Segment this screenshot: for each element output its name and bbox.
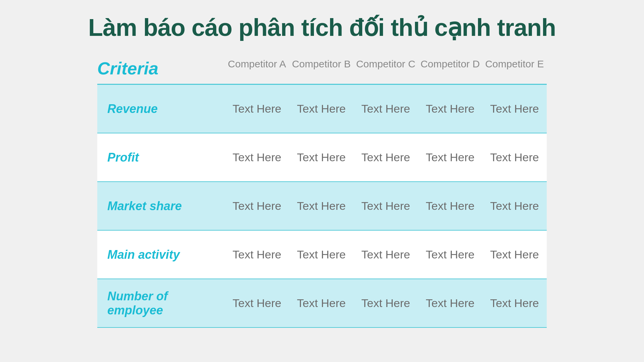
column-header-d: Competitor D	[418, 58, 482, 78]
table-cell: Text Here	[418, 102, 482, 115]
table-cell: Text Here	[225, 297, 289, 310]
table-cell: Text Here	[289, 297, 354, 310]
table-row: Market share Text Here Text Here Text He…	[97, 182, 547, 231]
row-label-revenue: Revenue	[97, 102, 225, 116]
table-cell: Text Here	[225, 151, 289, 164]
table-cell: Text Here	[482, 102, 547, 115]
column-header-e: Competitor E	[482, 58, 547, 78]
table-cell: Text Here	[418, 199, 482, 213]
criteria-label: Criteria	[97, 59, 158, 78]
table-cell: Text Here	[418, 151, 482, 164]
table-row: Profit Text Here Text Here Text Here Tex…	[97, 133, 547, 182]
table-cell: Text Here	[354, 102, 418, 115]
table-row: Number of employee Text Here Text Here T…	[97, 279, 547, 328]
column-header-c: Competitor C	[354, 58, 418, 78]
comparison-table: Criteria Competitor A Competitor B Compe…	[97, 58, 547, 328]
table-cell: Text Here	[289, 248, 354, 261]
table-cell: Text Here	[225, 199, 289, 213]
table-cell: Text Here	[418, 297, 482, 310]
table-cell: Text Here	[225, 102, 289, 115]
page-title: Làm báo cáo phân tích đối thủ cạnh tranh	[88, 13, 556, 42]
table-body: Revenue Text Here Text Here Text Here Te…	[97, 84, 547, 328]
column-header-b: Competitor B	[289, 58, 354, 78]
table-cell: Text Here	[225, 248, 289, 261]
table-header: Criteria Competitor A Competitor B Compe…	[97, 58, 547, 84]
table-cell: Text Here	[354, 297, 418, 310]
table-cell: Text Here	[482, 151, 547, 164]
table-row: Main activity Text Here Text Here Text H…	[97, 231, 547, 279]
table-cell: Text Here	[354, 248, 418, 261]
table-cell: Text Here	[289, 102, 354, 115]
table-cell: Text Here	[482, 297, 547, 310]
column-header-a: Competitor A	[225, 58, 289, 78]
row-label-market-share: Market share	[97, 199, 225, 213]
table-cell: Text Here	[289, 151, 354, 164]
table-cell: Text Here	[354, 151, 418, 164]
table-cell: Text Here	[354, 199, 418, 213]
table-row: Revenue Text Here Text Here Text Here Te…	[97, 85, 547, 133]
table-cell: Text Here	[482, 199, 547, 213]
row-label-main-activity: Main activity	[97, 248, 225, 262]
criteria-header-cell: Criteria	[97, 58, 225, 78]
table-cell: Text Here	[289, 199, 354, 213]
row-label-profit: Profit	[97, 150, 225, 165]
table-cell: Text Here	[482, 248, 547, 261]
table-cell: Text Here	[418, 248, 482, 261]
row-label-employees: Number of employee	[97, 289, 225, 317]
